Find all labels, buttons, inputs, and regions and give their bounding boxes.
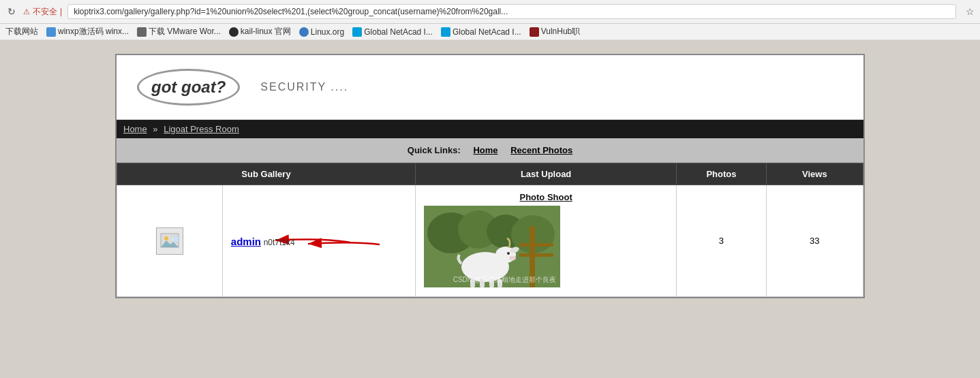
bookmark-linux[interactable]: Linux.org bbox=[299, 27, 344, 37]
browser-toolbar: ↻ ⚠ 不安全 | kioptrix3.com/gallery/gallery.… bbox=[0, 0, 980, 24]
bookmark-label: winxp激活码 winx... bbox=[58, 26, 129, 37]
bookmark-cisco2-icon bbox=[441, 27, 450, 37]
th-views: Views bbox=[766, 163, 863, 185]
photos-count: 3 bbox=[719, 236, 724, 246]
logo-text: got goat? bbox=[151, 78, 226, 96]
bookmark-star-icon[interactable]: ☆ bbox=[966, 6, 975, 17]
site-container: got goat? SECURITY .... Home » Ligoat Pr… bbox=[115, 54, 865, 298]
svg-point-1 bbox=[164, 236, 168, 240]
svg-rect-14 bbox=[519, 253, 553, 257]
th-sub-gallery: Sub Gallery bbox=[117, 163, 416, 185]
views-count-cell: 33 bbox=[766, 185, 863, 297]
quick-link-recent-photos[interactable]: Recent Photos bbox=[510, 145, 572, 155]
quick-links-label: Quick Links: bbox=[408, 145, 461, 155]
watermark-text: CSDN @不要温顺地走进那个良夜 bbox=[453, 275, 556, 285]
th-photos: Photos bbox=[677, 163, 766, 185]
nav-separator: » bbox=[153, 124, 157, 134]
svg-point-19 bbox=[509, 256, 516, 261]
logo: got goat? bbox=[137, 69, 240, 106]
bookmark-label: VulnHub职 bbox=[541, 26, 581, 37]
bookmark-vuln-icon bbox=[530, 27, 539, 37]
photo-container: CSDN @不要温顺地走进那个良夜 bbox=[424, 206, 560, 287]
bookmark-cisco1[interactable]: Global NetAcad I... bbox=[352, 27, 433, 37]
photos-count-cell: 3 bbox=[677, 185, 766, 297]
bookmark-vmware[interactable]: 下载 VMware Wor... bbox=[137, 26, 221, 37]
gallery-subtitle: n0t7t1k4 bbox=[264, 238, 295, 247]
bookmark-label: kail-linux 官网 bbox=[241, 26, 291, 37]
page-wrapper: got goat? SECURITY .... Home » Ligoat Pr… bbox=[0, 40, 980, 353]
url-bar[interactable]: kioptrix3.com/gallery/gallery.php?id=1%2… bbox=[67, 4, 956, 19]
site-tagline: SECURITY .... bbox=[260, 81, 348, 93]
bookmark-vulnhub[interactable]: VulnHub职 bbox=[530, 26, 581, 37]
security-label: 不安全 bbox=[33, 6, 57, 18]
nav-home-link[interactable]: Home bbox=[123, 124, 147, 134]
photo-preview: CSDN @不要温顺地走进那个良夜 bbox=[424, 206, 560, 287]
photo-thumbnail-icon bbox=[159, 231, 180, 251]
gallery-thumbnail bbox=[156, 227, 183, 255]
bookmark-download[interactable]: 下载网站 bbox=[5, 26, 38, 37]
lock-icon: ⚠ bbox=[23, 7, 30, 16]
site-header: got goat? SECURITY .... bbox=[117, 55, 863, 120]
quick-links-bar: Quick Links: Home Recent Photos bbox=[117, 138, 863, 163]
svg-point-18 bbox=[507, 252, 510, 255]
views-count: 33 bbox=[810, 236, 819, 246]
thumbnail-cell bbox=[117, 185, 223, 297]
gallery-name-cell: admin bbox=[222, 185, 415, 297]
reload-button[interactable]: ↻ bbox=[5, 5, 18, 18]
table-header-row: Sub Gallery Last Upload Photos Views bbox=[117, 163, 863, 185]
gallery-name-link[interactable]: admin bbox=[231, 236, 261, 247]
url-separator: | bbox=[60, 7, 62, 16]
security-indicator: ⚠ 不安全 | bbox=[23, 6, 62, 18]
bookmark-label: Global NetAcad I... bbox=[364, 27, 433, 37]
bookmark-label: Linux.org bbox=[311, 27, 344, 37]
nav-pressroom-link[interactable]: Ligoat Press Room bbox=[164, 124, 239, 134]
th-last-upload: Last Upload bbox=[415, 163, 676, 185]
svg-marker-4 bbox=[173, 236, 179, 242]
bookmark-vmware-icon bbox=[137, 27, 147, 37]
bookmarks-bar: 下载网站 winxp激活码 winx... 下载 VMware Wor... k… bbox=[0, 24, 980, 40]
bookmark-cisco1-icon bbox=[352, 27, 362, 37]
table-row: admin bbox=[117, 185, 863, 297]
bookmark-label: 下载 VMware Wor... bbox=[149, 26, 221, 37]
bookmark-winxp-icon bbox=[46, 27, 56, 37]
gallery-name-wrapper: admin bbox=[231, 236, 261, 247]
photo-shoot-title[interactable]: Photo Shoot bbox=[424, 192, 668, 202]
gallery-table: Sub Gallery Last Upload Photos Views bbox=[117, 163, 863, 297]
bookmark-cisco2[interactable]: Global NetAcad I... bbox=[441, 27, 521, 37]
gallery-subtitle-text: n0t7t1k4 bbox=[264, 238, 295, 247]
arrow-to-subtitle bbox=[301, 234, 390, 258]
bookmark-kali[interactable]: kail-linux 官网 bbox=[229, 26, 291, 37]
bookmark-kali-icon bbox=[229, 27, 239, 37]
bookmark-winxp[interactable]: winxp激活码 winx... bbox=[46, 26, 129, 37]
nav-bar: Home » Ligoat Press Room bbox=[117, 120, 863, 138]
last-upload-cell: Photo Shoot bbox=[415, 185, 676, 297]
bookmark-linux-icon bbox=[299, 27, 309, 37]
svg-rect-13 bbox=[519, 243, 553, 247]
browser-chrome: ↻ ⚠ 不安全 | kioptrix3.com/gallery/gallery.… bbox=[0, 0, 980, 40]
quick-link-home[interactable]: Home bbox=[473, 145, 497, 155]
bookmark-label: 下载网站 bbox=[5, 26, 38, 37]
bookmark-label: Global NetAcad I... bbox=[453, 27, 521, 37]
